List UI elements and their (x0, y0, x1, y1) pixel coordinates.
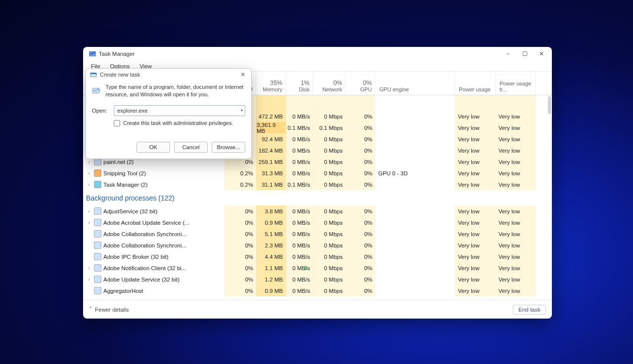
titlebar[interactable]: Task Manager − ☐ ✕ (83, 47, 552, 61)
run-icon (92, 83, 100, 97)
table-row[interactable]: ›Adobe Notification Client (32 bi...❊0%1… (83, 262, 552, 274)
footer: ˄ Fewer details End task (83, 300, 552, 319)
app-icon (94, 181, 101, 188)
chevron-up-icon: ˄ (89, 306, 92, 313)
col-gpu-engine[interactable]: GPU engine (375, 72, 455, 95)
admin-label: Create this task with administrative pri… (123, 120, 233, 126)
table-row[interactable]: Adobe Collaboration Synchroni...0%2.3 MB… (83, 240, 552, 251)
process-name: Adobe IPC Broker (32 bit) (103, 254, 169, 260)
dialog-title: Create new task (100, 72, 237, 78)
table-row[interactable]: ›Snipping Tool (2)0.2%31.3 MB0 MB/s0 Mbp… (83, 167, 552, 179)
col-memory[interactable]: 35%Memory (256, 72, 286, 95)
app-icon (94, 276, 101, 283)
create-new-task-dialog: Create new task ✕ Type the name of a pro… (86, 68, 252, 159)
table-row[interactable]: ›Task Manager (2)0.2%31.1 MB0.1 MB/s0 Mb… (83, 179, 552, 190)
table-row[interactable]: ›Adobe Acrobat Update Service (...0%0.9 … (83, 217, 552, 228)
ok-button[interactable]: OK (136, 142, 170, 153)
expand-icon[interactable]: › (86, 220, 92, 225)
expand-icon[interactable]: › (86, 182, 92, 187)
fewer-details-button[interactable]: ˄ Fewer details (89, 306, 129, 313)
col-power-trend[interactable]: Power usage tr... (496, 72, 536, 95)
col-power[interactable]: Power usage (455, 72, 496, 95)
app-icon (94, 230, 101, 238)
dialog-intro: Type the name of a program, folder, docu… (105, 83, 245, 98)
app-icon (94, 264, 101, 272)
dialog-titlebar[interactable]: Create new task ✕ (86, 69, 251, 81)
table-row[interactable]: AggregatorHost0%0.9 MB0 MB/s0 Mbps0%Very… (83, 285, 552, 296)
expand-icon[interactable]: › (86, 209, 92, 214)
minimize-button[interactable]: − (499, 48, 516, 59)
app-icon (94, 253, 101, 260)
background-processes-header[interactable]: Background processes (122) (83, 190, 552, 205)
run-dialog-icon (90, 71, 97, 78)
table-row[interactable]: ›AdjustService (32 bit)0%3.8 MB0 MB/s0 M… (83, 205, 552, 217)
app-icon (94, 219, 101, 226)
process-name: Adobe Update Service (32 bit) (103, 277, 180, 283)
window-title: Task Manager (99, 51, 499, 57)
expand-icon[interactable]: › (86, 171, 92, 176)
chevron-down-icon[interactable]: ▾ (241, 108, 243, 113)
col-disk[interactable]: 1%Disk (286, 72, 313, 95)
col-network[interactable]: 0%Network (313, 72, 346, 95)
col-gpu[interactable]: 0%GPU (346, 72, 375, 95)
process-name: Adobe Collaboration Synchroni... (103, 231, 186, 237)
app-icon (94, 207, 101, 215)
close-button[interactable]: ✕ (533, 48, 550, 59)
cancel-button[interactable]: Cancel (174, 142, 208, 153)
end-task-button[interactable]: End task (513, 305, 546, 315)
expand-icon[interactable]: › (86, 266, 92, 271)
process-name: Adobe Acrobat Update Service (... (103, 220, 189, 226)
table-row[interactable]: Adobe Collaboration Synchroni...0%5.1 MB… (83, 228, 552, 240)
app-icon (94, 169, 101, 177)
svg-rect-3 (92, 88, 99, 93)
browse-button[interactable]: Browse... (212, 142, 245, 153)
scrollbar-thumb[interactable] (548, 96, 551, 114)
table-row[interactable]: Adobe IPC Broker (32 bit)0%4.4 MB0 MB/s0… (83, 251, 552, 262)
open-label: Open: (92, 108, 109, 114)
process-name: paint.net (2) (103, 159, 134, 165)
process-name: Task Manager (2) (103, 182, 147, 188)
expand-icon[interactable]: › (86, 160, 92, 164)
svg-rect-2 (90, 73, 96, 75)
process-name: Adobe Collaboration Synchroni... (103, 243, 186, 248)
admin-checkbox[interactable] (114, 120, 120, 126)
table-row[interactable]: ›Adobe Update Service (32 bit)0%1.2 MB0 … (83, 274, 552, 285)
app-icon (94, 287, 101, 294)
maximize-button[interactable]: ☐ (516, 48, 533, 59)
app-icon (94, 158, 101, 165)
taskmgr-icon (89, 50, 96, 57)
process-name: AdjustService (32 bit) (103, 208, 157, 214)
process-name: AggregatorHost (103, 288, 143, 294)
process-name: Snipping Tool (2) (103, 170, 146, 176)
dialog-close-button[interactable]: ✕ (237, 71, 248, 78)
expand-icon[interactable]: › (86, 277, 92, 282)
process-name: Adobe Notification Client (32 bi... (103, 265, 186, 271)
app-icon (94, 242, 101, 249)
leaf-icon: ❊ (303, 265, 308, 272)
open-value: explorer.exe (117, 108, 148, 114)
open-input[interactable]: explorer.exe ▾ (114, 105, 245, 116)
